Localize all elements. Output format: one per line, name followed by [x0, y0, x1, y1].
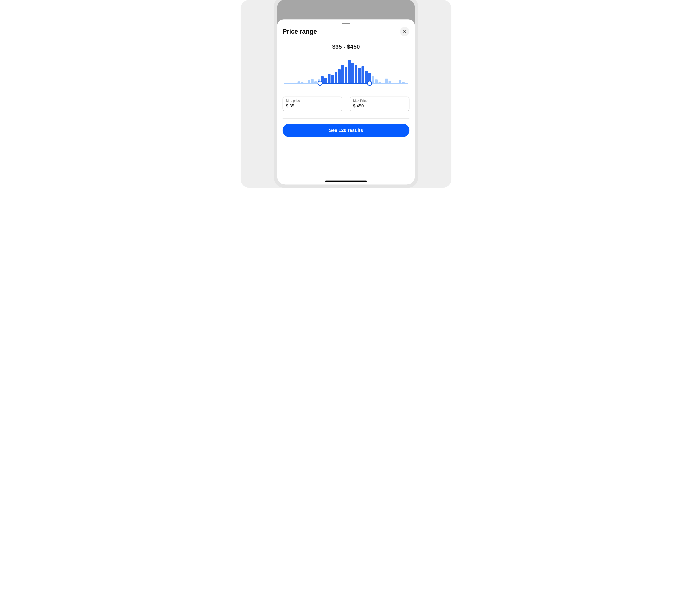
slider-track — [284, 83, 408, 84]
max-price-label: Max Price — [353, 99, 406, 103]
price-histogram-slider[interactable] — [284, 59, 408, 86]
histogram-bar — [345, 67, 347, 83]
close-icon — [403, 30, 407, 33]
histogram-bar — [311, 79, 314, 83]
histogram-bar — [358, 68, 361, 83]
sheet-title: Price range — [283, 28, 317, 35]
phone-screen: Price range $35 - $450 — [277, 0, 415, 184]
sheet-header: Price range — [283, 27, 409, 36]
price-histogram — [284, 60, 408, 83]
phone-frame: Price range $35 - $450 — [274, 0, 418, 188]
histogram-bar — [365, 71, 368, 83]
slider-thumb-max[interactable] — [367, 81, 372, 86]
histogram-bar — [362, 66, 364, 83]
histogram-bar — [328, 74, 330, 83]
histogram-bar — [348, 60, 351, 83]
histogram-bar — [338, 69, 341, 83]
min-price-label: Min. price — [286, 99, 339, 103]
histogram-bar — [355, 65, 358, 83]
stage: Price range $35 - $450 — [241, 0, 451, 188]
max-price-currency: $ — [353, 104, 355, 108]
slider-thumb-min[interactable] — [318, 81, 323, 86]
max-price-input[interactable] — [356, 104, 406, 108]
min-price-input[interactable] — [289, 104, 339, 108]
histogram-bar — [351, 63, 354, 83]
price-inputs-row: Min. price $ – Max Price $ — [283, 96, 409, 111]
close-button[interactable] — [400, 27, 409, 36]
histogram-bar — [334, 72, 337, 83]
histogram-bar — [331, 75, 334, 83]
min-price-currency: $ — [286, 104, 288, 108]
range-separator: – — [345, 102, 347, 106]
sheet-drag-handle[interactable] — [342, 23, 350, 24]
min-price-field[interactable]: Min. price $ — [283, 96, 342, 111]
price-range-sheet: Price range $35 - $450 — [277, 19, 415, 184]
histogram-bar — [372, 76, 374, 83]
home-indicator[interactable] — [325, 180, 367, 182]
see-results-button[interactable]: See 120 results — [283, 124, 409, 137]
histogram-bar — [324, 78, 327, 83]
max-price-field[interactable]: Max Price $ — [350, 96, 409, 111]
selected-range-display: $35 - $450 — [283, 43, 409, 50]
histogram-bar — [385, 79, 388, 83]
slider-track-fill — [320, 83, 370, 84]
histogram-bar — [375, 80, 378, 83]
histogram-bar — [341, 65, 344, 83]
